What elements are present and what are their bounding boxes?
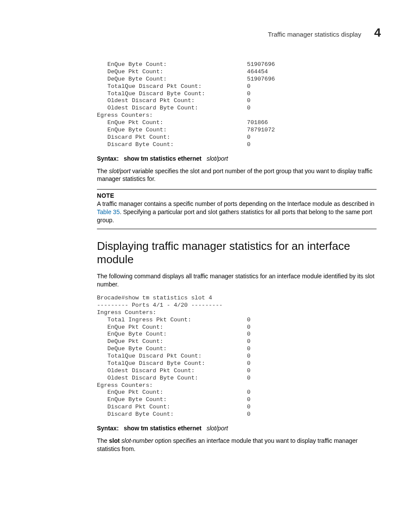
chapter-number: 4 bbox=[374, 26, 381, 40]
syntax-command: show tm statistics ethernet bbox=[124, 155, 202, 162]
italic-text: slot-number bbox=[121, 437, 153, 444]
note-block: NOTE A traffic manager contains a specif… bbox=[97, 189, 377, 229]
note-label: NOTE bbox=[97, 192, 377, 199]
text: The bbox=[97, 437, 109, 444]
syntax-label: Syntax: bbox=[97, 425, 119, 432]
paragraph-3: The slot slot-number option specifies an… bbox=[97, 437, 377, 453]
page: Traffic manager statistics display 4 EnQ… bbox=[0, 0, 411, 485]
text: variable specifies the slot and port num… bbox=[97, 168, 372, 183]
syntax-label: Syntax: bbox=[97, 155, 119, 162]
table-link[interactable]: Table 35 bbox=[97, 208, 120, 215]
content-area: EnQue Byte Count: 51907696 DeQue Pkt Cou… bbox=[97, 61, 377, 453]
paragraph-2: The following command displays all traff… bbox=[97, 272, 377, 289]
header-title: Traffic manager statistics display bbox=[268, 31, 361, 38]
page-header: Traffic manager statistics display 4 bbox=[30, 26, 381, 40]
italic-text: slot/port bbox=[109, 168, 131, 174]
text: The bbox=[97, 168, 109, 174]
paragraph-1: The slot/port variable specifies the slo… bbox=[97, 167, 377, 184]
syntax-command: show tm statistics ethernet bbox=[124, 425, 202, 432]
syntax-arg: slot/port bbox=[206, 425, 228, 432]
syntax-line-2: Syntax: show tm statistics ethernet slot… bbox=[97, 425, 377, 432]
section-heading: Displaying traffic manager statistics fo… bbox=[97, 240, 377, 266]
code-block-1: EnQue Byte Count: 51907696 DeQue Pkt Cou… bbox=[97, 61, 377, 149]
syntax-line-1: Syntax: show tm statistics ethernet slot… bbox=[97, 155, 377, 162]
bold-text: slot bbox=[109, 437, 120, 444]
text: A traffic manager contains a specific nu… bbox=[97, 200, 374, 207]
syntax-arg: slot/port bbox=[206, 155, 228, 162]
code-block-2: Brocade#show tm statistics slot 4 ------… bbox=[97, 295, 377, 418]
note-body: A traffic manager contains a specific nu… bbox=[97, 200, 377, 224]
text: . Specifying a particular port and slot … bbox=[97, 208, 372, 224]
